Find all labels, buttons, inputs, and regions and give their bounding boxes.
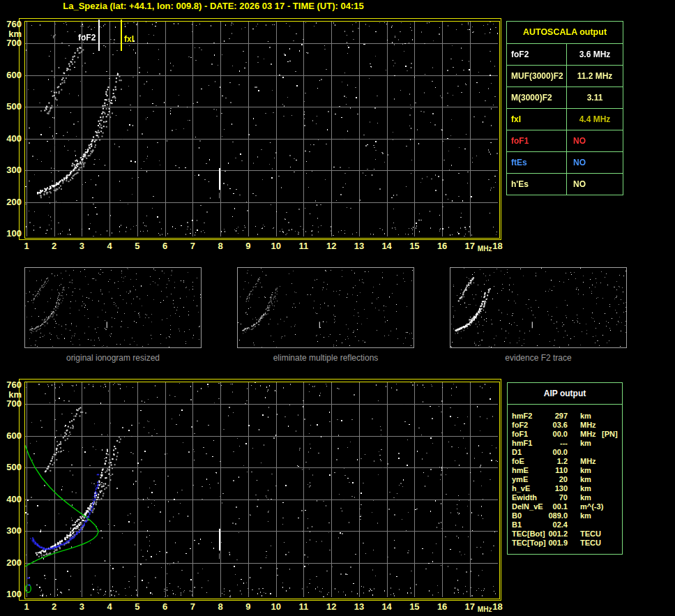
- aip-param-unit: km: [580, 511, 591, 520]
- x-tick-label: 4: [107, 601, 112, 612]
- x-tick-label: 12: [326, 241, 336, 251]
- x-tick-label: 6: [162, 241, 167, 251]
- aip-param-unit: km: [580, 439, 591, 448]
- x-tick-label: 2: [52, 241, 56, 251]
- aip-row-foF2: foF203.6MHz: [508, 421, 622, 430]
- y-tick-label: 200: [1, 197, 22, 207]
- autoscala-param-value: 3.11: [567, 87, 623, 108]
- aip-param-unit: km: [580, 484, 591, 493]
- x-tick-label: 1: [24, 241, 29, 251]
- autoscala-row-M(3000)F2: M(3000)F23.11: [507, 87, 623, 108]
- y-tick-label: 600: [1, 70, 22, 80]
- y-tick-label: 760: [1, 380, 22, 390]
- y-tick-label: 100: [1, 229, 22, 239]
- bottom-ionogram-plot-frame: [24, 382, 500, 599]
- aip-param-value: 110: [534, 466, 568, 475]
- x-tick-label: 1: [24, 601, 29, 612]
- aip-param-name: B0: [512, 511, 522, 520]
- thumbnail-caption: eliminate multiple reflections: [237, 353, 414, 363]
- aip-param-unit: MHz: [580, 421, 596, 430]
- x-tick-label: 8: [218, 601, 223, 612]
- thumbnail-evidence-f2-trace: [450, 267, 627, 348]
- y-axis-unit-label: km: [1, 390, 22, 400]
- y-tick-label: 300: [1, 165, 22, 175]
- aip-param-unit: TECU: [580, 539, 601, 548]
- x-axis-unit-label: MHz: [478, 245, 492, 253]
- aip-param-name: foE: [512, 457, 524, 466]
- x-tick-label: 16: [437, 601, 447, 612]
- aip-param-name: ymE: [512, 475, 528, 484]
- y-tick-label: 600: [1, 431, 22, 441]
- x-tick-label: 10: [271, 601, 280, 612]
- autoscala-row-fxI: fxI4.4 MHz: [507, 108, 623, 130]
- x-tick-label: 2: [52, 601, 56, 612]
- aip-param-name: hmE: [512, 466, 529, 475]
- aip-param-name: foF1: [512, 430, 528, 439]
- autoscala-row-MUF(3000)F2: MUF(3000)F211.2 MHz: [507, 65, 623, 87]
- aip-param-value: 1.2: [534, 457, 568, 466]
- thumbnail-caption: original ionogram resized: [24, 353, 202, 363]
- y-tick-label: 100: [1, 589, 22, 599]
- aip-param-name: h_vE: [512, 484, 530, 493]
- x-tick-label: 17: [465, 601, 475, 612]
- y-tick-label: 700: [1, 399, 22, 409]
- aip-param-value: 297: [534, 412, 568, 421]
- fxI-marker-line: [121, 20, 122, 51]
- y-tick-label: 500: [1, 463, 22, 472]
- x-tick-label: 3: [79, 241, 84, 251]
- aip-param-value: 00.1: [534, 502, 568, 511]
- x-tick-label: 5: [135, 601, 139, 612]
- x-tick-label: 17: [465, 241, 475, 251]
- fxI-marker-label: fxI: [124, 34, 134, 44]
- aip-row-D1: D100.0: [508, 448, 622, 457]
- aip-row-B1: B102.4: [508, 520, 622, 529]
- aip-param-name: hmF2: [512, 412, 532, 421]
- y-tick-label: 500: [1, 102, 22, 112]
- aip-param-name: Ewidth: [512, 493, 537, 502]
- aip-param-name: B1: [512, 520, 522, 529]
- x-tick-label: 11: [299, 601, 309, 612]
- x-tick-label: 14: [381, 601, 391, 612]
- aip-param-unit: km: [580, 493, 591, 502]
- aip-param-unit: km: [580, 412, 591, 421]
- x-tick-label: 14: [381, 241, 391, 251]
- aip-param-unit: MHz: [580, 457, 596, 466]
- aip-param-name: hmF1: [512, 439, 532, 448]
- aip-param-value: 00.0: [534, 448, 568, 457]
- thumbnail-eliminate-reflections: [237, 267, 414, 348]
- aip-param-name: D1: [512, 448, 522, 457]
- aip-param-note: [PN]: [602, 430, 618, 439]
- x-tick-label: 8: [218, 241, 223, 251]
- aip-param-value: 03.6: [534, 421, 568, 430]
- autoscala-param-label: fxI: [507, 109, 567, 130]
- aip-param-value: ---: [534, 439, 568, 448]
- aip-param-value: 70: [534, 493, 568, 502]
- x-tick-label: 12: [326, 601, 336, 612]
- x-tick-label: 16: [437, 241, 447, 251]
- x-tick-label: 9: [245, 601, 250, 612]
- y-tick-label: 200: [1, 558, 22, 568]
- autoscala-row-foF1: foF1NO: [507, 130, 623, 151]
- x-tick-label: 11: [299, 241, 309, 251]
- aip-param-unit: MHz: [580, 430, 596, 439]
- x-axis-unit-label: MHz: [478, 606, 492, 613]
- x-tick-label: 6: [162, 601, 167, 612]
- y-tick-label: 400: [1, 495, 22, 504]
- aip-row-foE: foE1.2MHz: [508, 457, 622, 466]
- aip-row-h_vE: h_vE130km: [508, 484, 622, 493]
- aip-param-unit: TECU: [580, 529, 601, 539]
- x-tick-label: 5: [135, 241, 139, 251]
- aip-param-value: 001.9: [534, 539, 568, 548]
- autoscala-param-value: 11.2 MHz: [567, 66, 623, 87]
- thumbnail-canvas: [238, 268, 414, 347]
- autoscala-param-value: 4.4 MHz: [567, 109, 623, 130]
- foF2-marker-label: foF2: [73, 33, 96, 43]
- aip-row-TEC[Top]: TEC[Top]001.9TECU: [508, 539, 622, 548]
- autoscala-output-table: AUTOSCALA output foF23.6 MHzMUF(3000)F21…: [506, 21, 623, 195]
- aip-table-title: AIP output: [508, 383, 622, 405]
- aip-row-Ewidth: Ewidth70km: [508, 493, 622, 502]
- thumbnail-original-ionogram: [24, 267, 202, 348]
- aip-param-value: 001.2: [534, 529, 568, 539]
- autoscala-param-value: NO: [567, 174, 623, 195]
- autoscala-param-label: M(3000)F2: [507, 87, 567, 108]
